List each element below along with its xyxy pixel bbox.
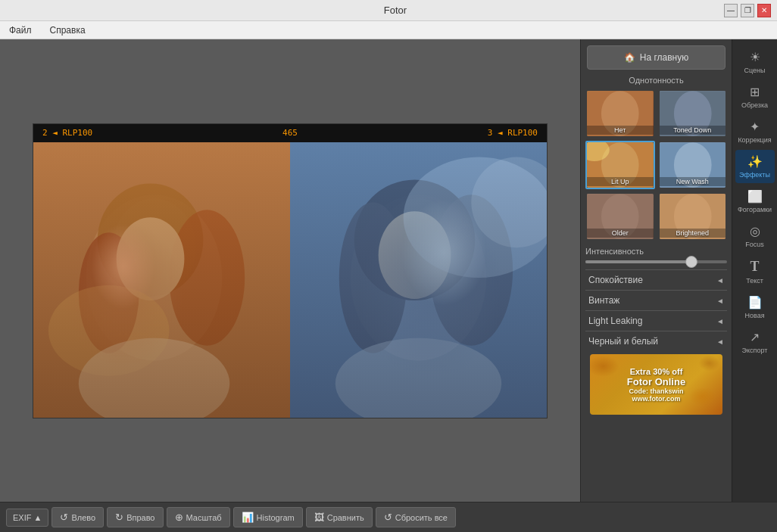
scenes-label: Сцены: [744, 67, 766, 74]
rotate-left-icon: ↺: [60, 512, 68, 523]
rotate-left-label: Влево: [71, 513, 95, 522]
section-black-white[interactable]: Черный и белый ◄: [585, 331, 727, 351]
menu-file[interactable]: Файл: [6, 23, 35, 37]
sun-icon: ☀: [750, 50, 760, 64]
ad-banner[interactable]: Extra 30% off Fotor Online Code: thanksw…: [590, 354, 722, 415]
thumb-older-label: Older: [587, 229, 654, 238]
section-tranquility[interactable]: Спокойствие ◄: [585, 269, 727, 290]
intensity-slider[interactable]: [585, 260, 727, 263]
thumb-toned-label: Toned Down: [660, 126, 726, 135]
panel-scroll: Однотонность Нет Toned Down: [581, 76, 732, 502]
thumb-lit-up[interactable]: Lit Up: [585, 141, 655, 189]
compare-button[interactable]: 🖼 Сравнить: [306, 507, 373, 527]
export-label: Экспорт: [742, 347, 768, 354]
film-frame-left: 2 ◄ RLP100: [42, 128, 92, 138]
ad-decoration: [590, 354, 722, 415]
sidebar-item-scenes[interactable]: ☀ Сцены: [735, 45, 775, 79]
text-icon: T: [750, 259, 759, 275]
histogram-button[interactable]: 📊 Histogram: [233, 507, 303, 527]
thumb-toned-down[interactable]: Toned Down: [658, 89, 728, 138]
app-title: Fotor: [67, 5, 724, 16]
thumb-older-img: Older: [587, 194, 654, 239]
section-tranquility-label: Спокойствие: [588, 275, 643, 285]
new-label: Новая: [744, 312, 764, 319]
section-light-leaking[interactable]: Light Leaking ◄: [585, 310, 727, 331]
sidebar-icons: ☀ Сцены ⊞ Обрезка ✦ Коррекция ✨ Эффекты …: [732, 39, 777, 502]
home-icon: 🏠: [624, 52, 635, 63]
rotate-right-icon: ↻: [115, 512, 123, 523]
focus-icon: ◎: [750, 224, 760, 238]
canvas-area: 2 ◄ RLP100 465 3 ◄ RLP100: [0, 39, 580, 502]
section-light-leaking-label: Light Leaking: [588, 316, 642, 326]
effects-panel: Однотонность Нет Toned Down: [581, 76, 732, 502]
rotate-right-label: Вправо: [126, 513, 154, 522]
thumb-brightened[interactable]: Brightened: [658, 192, 728, 241]
frames-icon: ⬜: [747, 189, 763, 204]
sidebar-item-correction[interactable]: ✦ Коррекция: [735, 115, 775, 148]
slider-fill: [585, 260, 691, 263]
exif-button[interactable]: EXIF ▲: [6, 509, 48, 527]
sidebar-item-export[interactable]: ↗ Экспорт: [735, 325, 775, 359]
home-button[interactable]: 🏠 На главную: [587, 45, 726, 70]
rotate-right-button[interactable]: ↻ Вправо: [107, 507, 163, 527]
correction-label: Коррекция: [738, 136, 771, 144]
menu-help[interactable]: Справка: [47, 23, 89, 37]
thumb-new-wash[interactable]: New Wash: [658, 141, 728, 189]
thumb-none[interactable]: Нет: [585, 89, 655, 138]
text-label: Текст: [746, 277, 763, 285]
reset-label: Сбросить все: [395, 513, 448, 522]
film-content: [33, 142, 547, 418]
crop-label: Обрезка: [741, 101, 768, 109]
crop-icon: ⊞: [750, 85, 760, 99]
reset-button[interactable]: ↺ Сбросить все: [376, 507, 456, 527]
frames-label: Фогорамки: [738, 206, 772, 213]
thumb-bright-label: Brightened: [660, 229, 726, 238]
rotate-left-button[interactable]: ↺ Влево: [51, 507, 104, 527]
section-vintage-label: Винтаж: [588, 295, 619, 306]
sidebar-item-text[interactable]: T Текст: [735, 254, 775, 289]
thumb-wash-img: New Wash: [660, 142, 726, 188]
sidebar-item-effects[interactable]: ✨ Эффекты: [735, 150, 775, 183]
thumb-lit-label: Lit Up: [587, 177, 654, 186]
close-button[interactable]: ✕: [757, 4, 771, 17]
intensity-section: Интенсивность: [585, 247, 727, 263]
correction-icon: ✦: [750, 120, 760, 134]
histogram-label: Histogram: [257, 513, 295, 522]
chevron-right-icon-4: ◄: [716, 338, 724, 346]
sidebar-item-new[interactable]: 📄 Новая: [735, 291, 775, 324]
scale-icon: ⊕: [175, 512, 183, 523]
section-header: Однотонность: [585, 76, 727, 85]
focus-label: Focus: [745, 241, 764, 248]
effects-label: Эффекты: [739, 171, 770, 179]
section-vintage[interactable]: Винтаж ◄: [585, 290, 727, 310]
compare-label: Сравнить: [327, 513, 364, 522]
right-panel: 🏠 На главную Однотонность Нет: [580, 39, 732, 502]
export-icon: ↗: [750, 330, 760, 344]
thumb-lit-img: Lit Up: [587, 142, 654, 188]
film-container: 2 ◄ RLP100 465 3 ◄ RLP100: [33, 123, 548, 418]
thumb-none-img: Нет: [587, 91, 654, 136]
main-layout: 2 ◄ RLP100 465 3 ◄ RLP100: [0, 39, 777, 502]
reset-icon: ↺: [384, 512, 392, 523]
face-overlay-left: [33, 142, 290, 418]
scale-label: Масштаб: [186, 513, 222, 522]
thumb-wash-label: New Wash: [660, 177, 726, 186]
chevron-right-icon-2: ◄: [716, 297, 724, 305]
compare-icon: 🖼: [314, 512, 324, 523]
minimize-button[interactable]: —: [724, 4, 738, 17]
sidebar-item-frames[interactable]: ⬜ Фогорамки: [735, 185, 775, 218]
menu-bar: Файл Справка: [0, 21, 777, 39]
slider-thumb[interactable]: [685, 256, 697, 268]
sidebar-item-crop[interactable]: ⊞ Обрезка: [735, 80, 775, 114]
sidebar-item-focus[interactable]: ◎ Focus: [735, 219, 775, 253]
face-overlay-right: [290, 142, 547, 418]
new-file-icon: 📄: [747, 295, 763, 310]
film-header: 2 ◄ RLP100 465 3 ◄ RLP100: [33, 124, 547, 142]
restore-button[interactable]: ❐: [741, 4, 754, 17]
chevron-right-icon-3: ◄: [716, 317, 724, 325]
scale-button[interactable]: ⊕ Масштаб: [167, 507, 230, 527]
bottom-toolbar: EXIF ▲ ↺ Влево ↻ Вправо ⊕ Масштаб 📊 Hist…: [0, 502, 777, 532]
photo-right: [290, 142, 547, 418]
film-frame-center: 465: [282, 128, 298, 138]
thumb-older[interactable]: Older: [585, 192, 655, 241]
